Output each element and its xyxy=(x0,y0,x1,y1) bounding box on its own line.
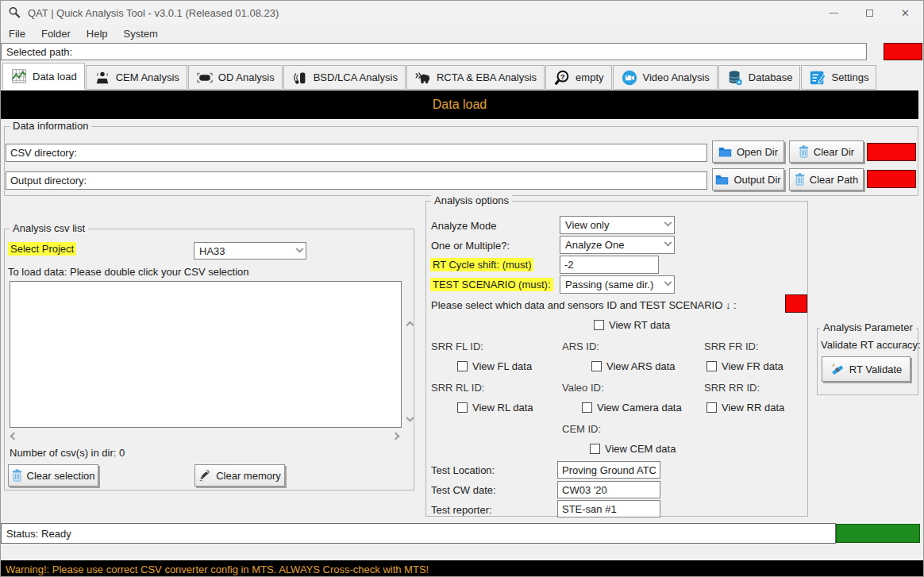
csv-dir-status-indicator xyxy=(867,143,916,161)
one-or-multiple-label: One or Multiple?: xyxy=(431,240,510,252)
maximize-button[interactable] xyxy=(852,1,887,25)
tab-cem-analysis[interactable]: CEM Analysis xyxy=(86,65,187,90)
magnifier-question-icon: ? xyxy=(553,69,571,87)
close-button[interactable]: ✕ xyxy=(887,1,923,25)
folder-icon xyxy=(718,146,732,157)
analyze-mode-dropdown[interactable]: View only xyxy=(560,216,675,234)
view-cem-data-checkbox[interactable]: View CEM data xyxy=(590,443,676,455)
analysis-parameter-legend: Analysis Parameter xyxy=(820,321,916,333)
maximize-icon xyxy=(866,10,873,17)
rt-cycle-shift-input[interactable] xyxy=(560,256,659,274)
csv-count-label: Number of csv(s) in dir: 0 xyxy=(10,447,125,459)
clear-selection-label: Clear selection xyxy=(27,470,95,482)
menu-folder[interactable]: Folder xyxy=(33,26,79,41)
tab-bar: Data load CEM Analysis OD Analysis BSD xyxy=(2,63,877,90)
checkbox-icon xyxy=(594,320,604,330)
srr-rl-id-label: SRR RL ID: xyxy=(431,382,484,394)
tab-data-load[interactable]: Data load xyxy=(2,63,85,90)
analysis-parameter-group: Analysis Parameter Validate RT accuracy:… xyxy=(817,328,918,395)
page-title: Data load xyxy=(433,98,487,112)
test-scenario-dropdown[interactable]: Passing (same dir.) xyxy=(560,275,675,294)
open-dir-button[interactable]: Open Dir xyxy=(712,140,784,163)
output-dir-status-indicator xyxy=(867,170,916,188)
menu-system[interactable]: System xyxy=(116,26,166,41)
tab-od-analysis[interactable]: OD Analysis xyxy=(188,65,283,90)
scroll-down-icon[interactable] xyxy=(406,414,414,422)
close-icon: ✕ xyxy=(901,7,910,19)
tab-label: Data load xyxy=(33,71,77,83)
rt-validate-button[interactable]: RT Validate xyxy=(822,356,911,382)
view-fr-data-checkbox[interactable]: View FR data xyxy=(706,360,783,372)
clear-memory-button[interactable]: Clear memory xyxy=(194,464,285,487)
tab-label: Settings xyxy=(831,71,868,83)
csv-directory-field[interactable]: CSV directory: xyxy=(6,144,707,162)
test-cw-date-input[interactable] xyxy=(557,481,660,498)
settings-pencil-icon xyxy=(809,69,826,87)
scroll-up-icon[interactable] xyxy=(406,321,414,329)
test-scenario-label: TEST SCENARIO (must): xyxy=(430,278,553,291)
clear-path-label: Clear Path xyxy=(810,174,858,186)
output-directory-field[interactable]: Output directory: xyxy=(6,171,707,190)
status-green-indicator xyxy=(836,524,920,543)
view-camera-data-label: View Camera data xyxy=(597,402,682,414)
clear-path-button[interactable]: Clear Path xyxy=(789,168,864,190)
eraser-icon xyxy=(198,469,211,482)
view-fl-data-checkbox[interactable]: View FL data xyxy=(457,360,532,372)
status-text: Status: Ready xyxy=(6,528,71,540)
radar-car-icon xyxy=(291,69,309,87)
view-camera-data-checkbox[interactable]: View Camera data xyxy=(582,402,682,414)
view-ars-data-checkbox[interactable]: View ARS data xyxy=(591,360,675,372)
data-information-group: Data information CSV directory: Open Dir… xyxy=(4,126,918,196)
one-or-multiple-value: Analyze One xyxy=(565,239,624,251)
satellite-icon xyxy=(830,362,845,376)
tab-bsd-lca-analysis[interactable]: BSD/LCA Analysis xyxy=(283,65,406,90)
clear-selection-button[interactable]: Clear selection xyxy=(8,464,98,487)
clear-dir-button[interactable]: Clear Dir xyxy=(789,140,864,163)
menu-bar: File Folder Help System xyxy=(1,25,923,43)
tab-empty[interactable]: ? empty xyxy=(545,65,611,90)
select-project-label: Select Project xyxy=(8,242,76,256)
test-location-input[interactable] xyxy=(557,461,660,479)
tab-video-analysis[interactable]: Video Analysis xyxy=(613,65,718,90)
tab-settings[interactable]: Settings xyxy=(801,65,876,90)
trash-icon xyxy=(799,145,809,158)
csv-list-legend: Analysis csv list xyxy=(10,222,88,234)
selected-path-label: Selected path: xyxy=(6,46,72,58)
checkbox-icon xyxy=(590,444,600,454)
test-cw-date-label: Test CW date: xyxy=(431,484,496,496)
tab-database[interactable]: Database xyxy=(718,65,801,90)
csv-listbox[interactable] xyxy=(10,281,402,428)
tab-label: Database xyxy=(749,71,793,83)
svg-text:?: ? xyxy=(560,72,565,80)
ars-id-label: ARS ID: xyxy=(562,340,599,352)
checkbox-icon xyxy=(457,402,468,413)
view-fl-data-label: View FL data xyxy=(472,360,532,372)
scroll-left-icon[interactable] xyxy=(10,433,18,440)
trash-icon xyxy=(12,469,22,482)
tab-rcta-eba-analysis[interactable]: RCTA & EBA Analysis xyxy=(406,65,545,90)
view-rr-data-checkbox[interactable]: View RR data xyxy=(706,402,784,414)
valeo-id-label: Valeo ID: xyxy=(562,382,604,394)
chevron-down-icon xyxy=(664,239,672,247)
scroll-right-icon[interactable] xyxy=(392,433,400,440)
csv-directory-label: CSV directory: xyxy=(10,147,77,159)
view-rl-data-checkbox[interactable]: View RL data xyxy=(457,402,533,414)
project-dropdown[interactable]: HA33 xyxy=(194,242,306,260)
tab-label: BSD/LCA Analysis xyxy=(314,71,398,83)
view-rt-data-label: View RT data xyxy=(609,319,670,331)
one-or-multiple-dropdown[interactable]: Analyze One xyxy=(560,236,675,254)
status-bar: Status: Ready xyxy=(1,523,836,544)
view-cem-data-label: View CEM data xyxy=(605,443,676,455)
clear-memory-label: Clear memory xyxy=(216,470,281,482)
minimize-button[interactable] xyxy=(816,1,852,25)
view-rt-data-checkbox[interactable]: View RT data xyxy=(594,319,670,331)
output-dir-button[interactable]: Output Dir xyxy=(712,168,784,190)
menu-file[interactable]: File xyxy=(1,26,33,41)
data-information-legend: Data information xyxy=(10,120,91,132)
tab-label: empty xyxy=(576,71,603,83)
window-title: QAT | Quick Analysis Tool - v3.0.1 (Rele… xyxy=(28,7,279,19)
page-banner: Data load xyxy=(1,90,918,119)
selected-path-field[interactable]: Selected path: xyxy=(1,43,867,60)
test-reporter-input[interactable] xyxy=(557,500,660,517)
menu-help[interactable]: Help xyxy=(79,26,116,41)
